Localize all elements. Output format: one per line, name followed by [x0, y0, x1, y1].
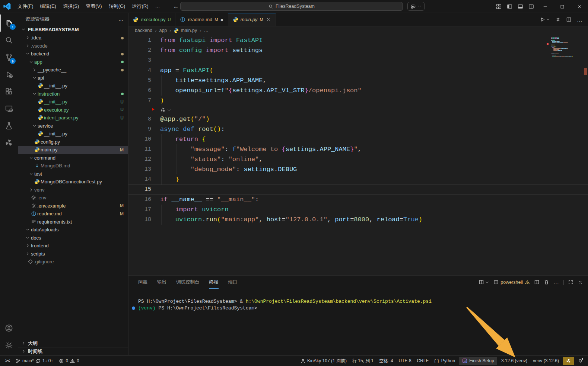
kill-terminal-icon[interactable]	[544, 279, 549, 285]
status-python-env[interactable]: venv (3.12.6)	[531, 357, 560, 365]
tree-file-main.py[interactable]: main.pyM	[18, 146, 128, 154]
menu-编辑(E)[interactable]: 编辑(E)	[37, 0, 60, 13]
more-actions-icon[interactable]: …	[553, 279, 559, 285]
tree-file-.gitignore[interactable]: .gitignore	[18, 258, 128, 266]
tree-file-__init__.py[interactable]: __init__.pyU	[18, 98, 128, 106]
activity-ai-extension-icon[interactable]	[0, 134, 18, 151]
status-language-mode[interactable]: { }Python	[433, 357, 457, 365]
tree-folder-api[interactable]: api	[18, 74, 128, 82]
minimap[interactable]	[551, 37, 582, 57]
inline-ai-widget[interactable]	[128, 106, 588, 114]
code-line-8[interactable]: 8@app.get("/")	[128, 114, 588, 124]
new-terminal-button[interactable]	[479, 279, 489, 285]
status-git-branch[interactable]: main*1↓ 0↑	[14, 357, 54, 365]
tree-folder-instruction[interactable]: instruction	[18, 90, 128, 98]
menu-运行(R)[interactable]: 运行(R)	[128, 0, 152, 13]
activity-accounts-icon[interactable]	[0, 320, 18, 337]
menu-查看(V)[interactable]: 查看(V)	[82, 0, 105, 13]
status-indentation[interactable]: 空格: 4	[378, 357, 394, 365]
activity-explorer-icon[interactable]: 1	[0, 15, 18, 32]
status-encoding[interactable]: UTF-8	[397, 357, 413, 365]
command-center-search[interactable]: FilesReadSysteam	[180, 2, 403, 11]
panel-tab-调试控制台[interactable]: 调试控制台	[176, 276, 200, 289]
menu-转到(G)[interactable]: 转到(G)	[105, 0, 129, 13]
panel-tab-端口[interactable]: 端口	[228, 276, 238, 289]
tree-folder-service[interactable]: service	[18, 122, 128, 130]
code-line-6[interactable]: 6 openapi_url=f"{settings.API_V1_STR}/op…	[128, 86, 588, 96]
activity-settings-icon[interactable]	[0, 337, 18, 354]
code-line-15[interactable]: 15	[128, 184, 588, 195]
code-line-9[interactable]: 9async def root():	[128, 124, 588, 134]
open-changes-icon[interactable]	[555, 17, 561, 22]
tree-file-readme.md[interactable]: readme.mdM	[18, 210, 128, 218]
project-root-row[interactable]: FILESREADSYSTEAM	[18, 25, 128, 34]
tree-folder-scripts[interactable]: scripts	[18, 250, 128, 258]
layout-grid-icon[interactable]	[493, 0, 504, 13]
breadcrumb-item[interactable]: backend	[135, 28, 152, 33]
tree-file-.env.example[interactable]: .env.exampleM	[18, 202, 128, 210]
activity-source-control-icon[interactable]: 9	[0, 49, 18, 66]
code-line-16[interactable]: 16if __name__ == "__main__":	[128, 195, 588, 205]
tree-folder-frontend[interactable]: frontend	[18, 242, 128, 250]
tab-readme.md[interactable]: readme.mdM●	[175, 13, 228, 26]
code-line-5[interactable]: 5 title=settings.APP_NAME,	[128, 76, 588, 86]
status-ai-extension-status[interactable]	[563, 357, 574, 365]
panel-tab-问题[interactable]: 问题	[138, 276, 147, 289]
tree-folder-app[interactable]: app	[18, 58, 128, 66]
maximize-panel-icon[interactable]	[568, 279, 573, 285]
status-cursor-position[interactable]: 行 15, 列 1	[351, 357, 375, 365]
split-editor-icon[interactable]	[566, 17, 572, 22]
status-eol[interactable]: CRLF	[416, 357, 430, 365]
activity-remote-explorer-icon[interactable]	[0, 100, 18, 117]
terminal-content[interactable]: PS H:\OwnProject\FilesReadSysteam> & h:\…	[128, 289, 588, 312]
tree-folder-data-uploads[interactable]: data\uploads	[18, 226, 128, 234]
window-minimize-button[interactable]	[537, 0, 554, 13]
tree-file-MongoDB.md[interactable]: MongoDB.md	[18, 162, 128, 170]
menu-选择(S)[interactable]: 选择(S)	[60, 0, 82, 13]
ai-swirl-icon[interactable]	[160, 107, 166, 113]
status-remote-indicator[interactable]: ><	[4, 357, 11, 365]
code-line-18[interactable]: 18 uvicorn.run("main:app", host="127.0.0…	[128, 215, 588, 225]
tree-file-executor.py[interactable]: executor.pyU	[18, 106, 128, 114]
tree-folder-.idea[interactable]: .idea	[18, 34, 128, 42]
code-line-13[interactable]: 13 "debug_mode": settings.DEBUG	[128, 164, 588, 174]
tab-main.py[interactable]: main.pyM	[228, 13, 276, 26]
window-close-button[interactable]	[571, 0, 588, 13]
tree-file-__init__.py[interactable]: __init__.py	[18, 82, 128, 90]
breadcrumb-item[interactable]: …	[204, 28, 209, 33]
panel-left-icon[interactable]	[504, 0, 515, 13]
back-arrow-icon[interactable]: ←	[173, 3, 179, 10]
breadcrumb-item[interactable]: app	[159, 28, 167, 33]
tab-executor.py[interactable]: executor.pyU	[128, 13, 175, 26]
panel-tab-输出[interactable]: 输出	[157, 276, 166, 289]
code-editor[interactable]: 1from fastapi import FastAPI2from config…	[128, 35, 588, 275]
activity-search-icon[interactable]	[0, 32, 18, 49]
run-python-button[interactable]	[540, 17, 550, 22]
code-line-12[interactable]: 12 "status": "online",	[128, 154, 588, 164]
status-finish-setup[interactable]: Finish Setup	[459, 357, 497, 365]
code-line-2[interactable]: 2from config import settings	[128, 45, 588, 55]
copilot-button[interactable]	[407, 2, 425, 11]
tree-file-requirements.txt[interactable]: requirements.txt	[18, 218, 128, 226]
code-line-7[interactable]: 7)	[128, 96, 588, 106]
activity-run-debug-icon[interactable]	[0, 66, 18, 83]
status-git-blame[interactable]: KiriAky 107 (1 周前)	[299, 357, 348, 365]
close-panel-icon[interactable]	[578, 280, 583, 285]
breadcrumb[interactable]: backend›app›main.py›…	[128, 26, 588, 35]
breadcrumb-item[interactable]: main.py	[174, 28, 197, 33]
tree-folder-backend[interactable]: backend	[18, 50, 128, 58]
code-line-10[interactable]: 10 return {	[128, 134, 588, 144]
split-terminal-icon[interactable]	[534, 279, 540, 285]
menu-more[interactable]: …	[152, 0, 163, 13]
tree-folder-.vscode[interactable]: .vscode	[18, 42, 128, 50]
code-line-1[interactable]: 1from fastapi import FastAPI	[128, 35, 588, 45]
activity-testing-icon[interactable]	[0, 117, 18, 134]
close-icon[interactable]	[266, 17, 271, 22]
tree-folder-command[interactable]: command	[18, 154, 128, 162]
command-decoration-dot[interactable]	[132, 306, 135, 310]
tree-folder-__pycache__[interactable]: __pycache__	[18, 66, 128, 74]
code-line-4[interactable]: 4app = FastAPI(	[128, 65, 588, 76]
status-problems[interactable]: 00	[57, 357, 80, 365]
code-line-17[interactable]: 17 import uvicorn	[128, 205, 588, 215]
code-line-3[interactable]: 3	[128, 55, 588, 65]
